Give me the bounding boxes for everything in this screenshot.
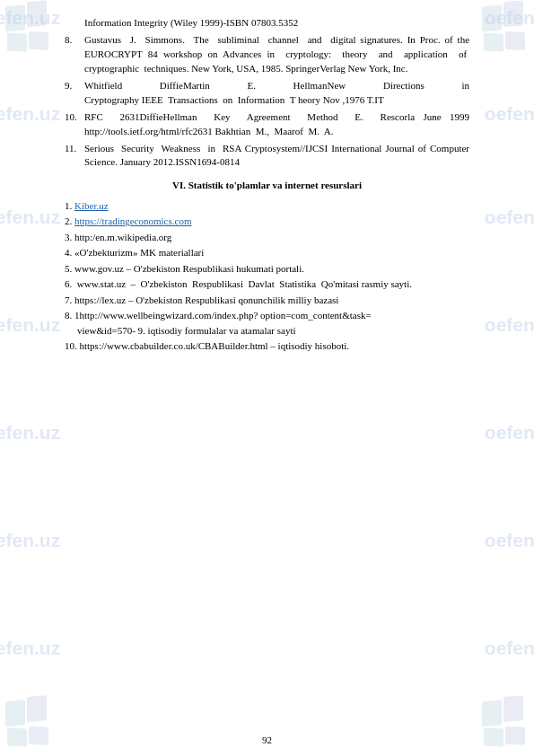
- link-tradingeconomics[interactable]: https://tradingeconomics.com: [74, 215, 191, 226]
- watermark-2: oefen.uz: [485, 7, 534, 29]
- reference-item-intro: Information Integrity (Wiley 1999)-ISBN …: [65, 16, 469, 31]
- content-area: Information Integrity (Wiley 1999)-ISBN …: [65, 16, 469, 729]
- deco-book-bottom-left: [0, 695, 59, 756]
- ref-text-10: RFC 2631DiffieHellman Key Agreement Meth…: [84, 110, 469, 139]
- watermark-9b: oefen.uz: [485, 637, 534, 659]
- svg-rect-10: [7, 728, 27, 747]
- ref-text-9: Whitfield DiffieMartin E. HellmanNew Dir…: [84, 79, 469, 108]
- svg-rect-6: [484, 33, 503, 52]
- reference-item-11: 11. Serious Security Weakness in RSA Cry…: [65, 142, 469, 171]
- internet-item-8: 8. 1http://www.wellbeingwizard.com/index…: [65, 308, 469, 338]
- watermark-7b: oefen.uz: [485, 422, 534, 444]
- internet-item-7: 7. https://lex.uz – O'zbekiston Respubli…: [65, 293, 469, 308]
- svg-rect-5: [503, 0, 523, 27]
- svg-rect-15: [505, 726, 525, 745]
- ref-text-8: Gustavus J. Simmons. The subliminal chan…: [84, 33, 469, 76]
- watermark-6: oefen.uz: [0, 314, 60, 336]
- svg-rect-8: [5, 699, 25, 726]
- internet-item-6: 6. www.stat.uz – O'zbekiston Respublikas…: [65, 277, 469, 292]
- reference-list: Information Integrity (Wiley 1999)-ISBN …: [65, 16, 469, 170]
- watermark-5b: oefen.uz: [485, 207, 534, 228]
- reference-item-8: 8. Gustavus J. Simmons. The subliminal c…: [65, 33, 469, 76]
- ref-text-intro: Information Integrity (Wiley 1999)-ISBN …: [84, 16, 469, 31]
- deco-book-top-left: [0, 0, 59, 61]
- internet-item-10: 10. https://www.cbabuilder.co.uk/CBABuil…: [65, 338, 469, 354]
- svg-rect-12: [482, 699, 502, 726]
- svg-rect-14: [484, 728, 503, 747]
- svg-rect-13: [503, 695, 523, 722]
- watermark-1: oefen.uz: [0, 7, 60, 29]
- link-kiber[interactable]: Kiber.uz: [74, 200, 109, 211]
- deco-book-top-right: [475, 0, 534, 61]
- svg-rect-9: [27, 695, 47, 722]
- internet-item-5: 5. www.gov.uz – O'zbekiston Respublikasi…: [65, 261, 469, 277]
- svg-rect-4: [482, 4, 502, 31]
- reference-item-9: 9. Whitfield DiffieMartin E. HellmanNew …: [65, 79, 469, 108]
- svg-rect-7: [505, 31, 525, 50]
- ref-text-11: Serious Security Weakness in RSA Cryptos…: [84, 142, 469, 171]
- internet-item-4: 4. «O'zbekturizm» MK materiallari: [65, 245, 469, 260]
- watermark-4: oefen.uz: [485, 103, 534, 125]
- internet-item-3: 3. http:/en.m.wikipedia.org: [65, 230, 469, 245]
- svg-rect-2: [7, 33, 27, 52]
- watermark-7: oefen.uz: [0, 422, 60, 444]
- watermark-8: oefen.uz: [0, 530, 60, 551]
- page-container: oefen.uz oefen.uz oefen.uz oefen.uz oefe…: [0, 0, 534, 756]
- internet-item-2: 2. https://tradingeconomics.com: [65, 214, 469, 229]
- watermark-9: oefen.uz: [0, 637, 60, 659]
- page-number: 92: [262, 734, 272, 745]
- watermark-8b: oefen.uz: [485, 530, 534, 551]
- section-heading: VI. Statistik to'plamlar va internet res…: [65, 179, 469, 192]
- internet-item-1: 1. Kiber.uz: [65, 198, 469, 214]
- watermark-5: oefen.uz: [0, 207, 60, 228]
- svg-rect-11: [29, 726, 48, 745]
- svg-rect-0: [5, 4, 25, 31]
- internet-list: 1. Kiber.uz 2. https://tradingeconomics.…: [65, 198, 469, 354]
- watermark-6b: oefen.uz: [485, 314, 534, 336]
- svg-rect-1: [27, 0, 47, 27]
- svg-rect-3: [29, 31, 48, 50]
- reference-item-10: 10. RFC 2631DiffieHellman Key Agreement …: [65, 110, 469, 139]
- deco-book-bottom-right: [475, 695, 534, 756]
- watermark-3: oefen.uz: [0, 103, 60, 125]
